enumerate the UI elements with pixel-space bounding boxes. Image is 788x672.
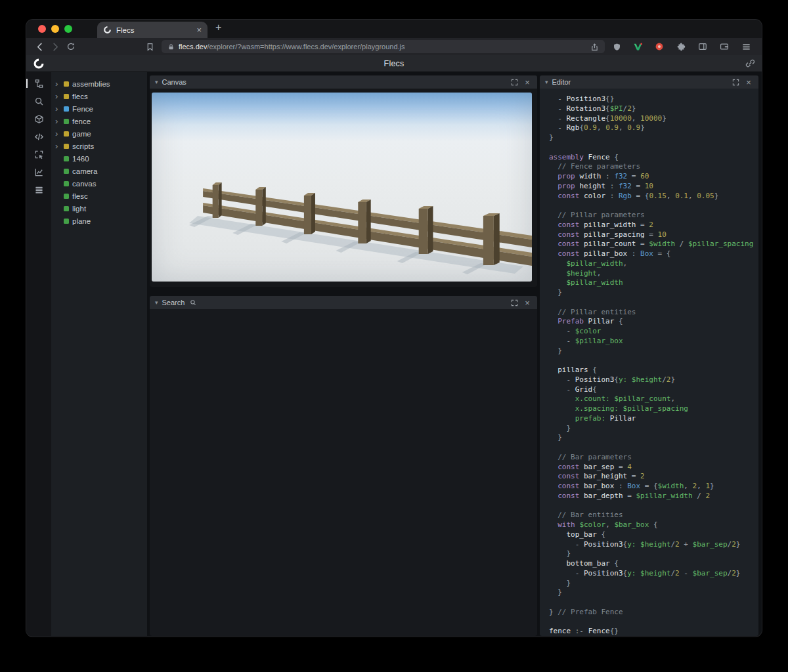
url-domain: flecs.dev: [179, 43, 207, 51]
code-icon[interactable]: [33, 131, 44, 142]
tree-item-1460[interactable]: 1460: [51, 152, 147, 165]
v-extension-icon: [633, 42, 643, 52]
close-window-button[interactable]: [38, 25, 46, 33]
entity-color-dot: [64, 219, 69, 224]
code-editor[interactable]: - Position3{} - Rotation3{$PI/2} - Recta…: [540, 89, 758, 636]
canvas-panel-title: Canvas: [162, 78, 186, 86]
expand-chevron-icon[interactable]: ›: [55, 142, 60, 150]
new-tab-button[interactable]: +: [208, 22, 229, 36]
tree-item-assemblies[interactable]: ›assemblies: [51, 77, 147, 90]
wallet-button[interactable]: [716, 39, 732, 54]
chart-icon[interactable]: [33, 167, 44, 177]
tree-item-Fence[interactable]: ›Fence: [51, 102, 147, 115]
tree-item-plane[interactable]: plane: [51, 215, 147, 227]
expand-chevron-icon[interactable]: ›: [55, 92, 60, 100]
tree-item-label: flecs: [72, 93, 88, 100]
url-text: flecs.dev/explorer/?wasm=https://www.fle…: [179, 43, 586, 51]
menu-button[interactable]: [738, 39, 754, 54]
bookmark-button[interactable]: [142, 39, 158, 54]
entity-tree-panel: ›assemblies›flecs›Fence›fence›game›scrip…: [51, 72, 147, 636]
window-controls: [26, 25, 80, 33]
extensions-button[interactable]: [673, 39, 689, 54]
reload-icon: [66, 42, 76, 51]
tree-item-flesc[interactable]: flesc: [51, 190, 147, 202]
code-content: - Position3{} - Rotation3{$PI/2} - Recta…: [549, 94, 758, 636]
tree-item-game[interactable]: ›game: [51, 127, 147, 140]
tree-item-camera[interactable]: camera: [51, 165, 147, 177]
hamburger-menu-icon: [741, 42, 751, 52]
app-header: Flecs: [26, 55, 762, 72]
search-icon[interactable]: [33, 96, 44, 106]
editor-panel-header: ▾ Editor ×: [540, 75, 758, 89]
tree-item-fence[interactable]: ›fence: [51, 115, 147, 127]
tree-item-flecs[interactable]: ›flecs: [51, 90, 147, 102]
collapse-chevron-icon[interactable]: ▾: [155, 79, 158, 85]
search-panel-header: ▾ Search ×: [150, 296, 537, 309]
flecs-favicon: [103, 26, 112, 34]
reload-button[interactable]: [63, 39, 79, 54]
extension-v-button[interactable]: [630, 39, 646, 54]
sidebar-icon: [698, 42, 707, 51]
tab-strip: Flecs × +: [26, 20, 762, 38]
stats-icon[interactable]: [33, 184, 44, 195]
tree-icon[interactable]: [33, 78, 44, 89]
share-link-button[interactable]: [745, 58, 755, 68]
page-title: Flecs: [26, 59, 762, 68]
app-body: ›assemblies›flecs›Fence›fence›game›scrip…: [26, 72, 762, 636]
url-path: /explorer/?wasm=https://www.flecs.dev/ex…: [207, 43, 405, 51]
expand-chevron-icon[interactable]: ›: [55, 117, 60, 125]
close-panel-button[interactable]: ×: [523, 299, 532, 307]
expand-icon: [511, 299, 518, 306]
entity-color-dot: [64, 131, 69, 136]
tree-item-label: scripts: [72, 142, 94, 150]
expand-panel-button[interactable]: [510, 79, 519, 86]
extension-red-button[interactable]: [651, 39, 667, 54]
entity-color-dot: [64, 194, 69, 199]
editor-panel: ▾ Editor × - Position3{} - Rotation3{$PI…: [540, 75, 758, 636]
close-panel-button[interactable]: ×: [744, 78, 753, 87]
tree-item-light[interactable]: light: [51, 202, 147, 215]
url-bar[interactable]: flecs.dev/explorer/?wasm=https://www.fle…: [162, 40, 605, 53]
forward-icon: [51, 42, 60, 52]
tab-close-icon[interactable]: ×: [196, 26, 202, 34]
canvas-3d-viewport[interactable]: [152, 93, 532, 282]
tree-item-scripts[interactable]: ›scripts: [51, 140, 147, 152]
tree-item-canvas[interactable]: canvas: [51, 177, 147, 190]
minimize-window-button[interactable]: [51, 25, 59, 33]
expand-icon: [732, 79, 739, 86]
back-icon: [35, 42, 45, 52]
tree-item-label: canvas: [72, 180, 96, 188]
link-icon: [745, 58, 755, 68]
wallet-icon: [720, 42, 729, 51]
expand-chevron-icon[interactable]: ›: [55, 129, 60, 138]
expand-panel-button[interactable]: [510, 299, 519, 306]
expand-chevron-icon[interactable]: ›: [55, 79, 60, 88]
expand-chevron-icon[interactable]: ›: [55, 104, 60, 113]
collapse-chevron-icon[interactable]: ▾: [155, 299, 158, 306]
search-results-area[interactable]: [150, 309, 537, 636]
back-button[interactable]: [32, 39, 47, 54]
tree-item-label: assemblies: [72, 80, 110, 88]
tree-item-label: fence: [72, 117, 91, 125]
sidebar-toggle-button[interactable]: [695, 39, 711, 54]
forward-button[interactable]: [47, 39, 63, 54]
flecs-logo: [33, 58, 45, 70]
entity-color-dot: [64, 206, 69, 211]
zoom-window-button[interactable]: [64, 25, 72, 33]
inspect-icon[interactable]: [33, 149, 44, 159]
share-button[interactable]: [590, 43, 599, 51]
cube-icon[interactable]: [33, 114, 44, 124]
collapse-chevron-icon[interactable]: ▾: [545, 79, 548, 85]
entity-color-dot: [64, 181, 69, 186]
close-panel-button[interactable]: ×: [523, 78, 532, 87]
shield-button[interactable]: [609, 39, 624, 54]
browser-tab[interactable]: Flecs ×: [97, 22, 208, 38]
tab-title: Flecs: [116, 26, 192, 34]
puzzle-icon: [676, 42, 686, 51]
canvas-panel-header: ▾ Canvas ×: [150, 75, 537, 89]
browser-window: Flecs × + flecs.dev/explorer/?wasm=https…: [26, 20, 762, 637]
tree-list: ›assemblies›flecs›Fence›fence›game›scrip…: [51, 77, 147, 227]
expand-panel-button[interactable]: [731, 79, 740, 86]
tree-item-label: flesc: [72, 192, 88, 200]
tree-item-label: game: [72, 130, 91, 138]
